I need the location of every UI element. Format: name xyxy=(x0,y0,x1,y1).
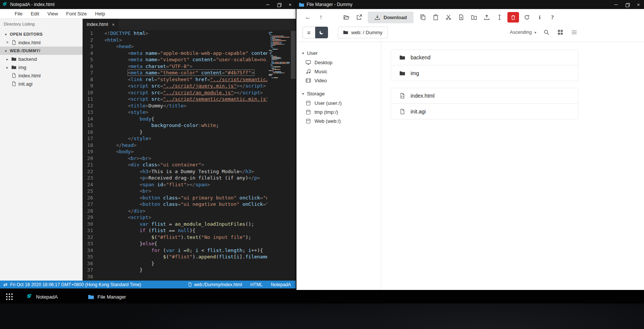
code-line-6: 6 <meta charset="UTF-8"> xyxy=(83,63,267,70)
tab-index-html[interactable]: index.html × xyxy=(83,19,119,30)
menu-view[interactable]: View xyxy=(43,9,62,18)
sidebar-item-user-user-[interactable]: User (user:/) xyxy=(296,98,381,107)
menu-font-size[interactable]: Font Size xyxy=(62,9,91,18)
restore-button[interactable] xyxy=(273,0,284,9)
delete-button[interactable] xyxy=(507,12,519,23)
sidebar-item-tmp-tmp-[interactable]: tmp (tmp:/) xyxy=(296,107,381,116)
sidebar-item-video[interactable]: Video xyxy=(296,76,381,85)
line-number: 15 xyxy=(83,122,99,129)
sidebar-section-storage[interactable]: ▾Storage xyxy=(296,89,381,98)
new-file-button[interactable] xyxy=(456,12,467,23)
external-link-icon xyxy=(356,14,362,20)
close-button[interactable]: × xyxy=(284,0,296,9)
code-line-5: 5 <meta name="viewport" content="user-sc… xyxy=(83,56,267,63)
app-launcher-button[interactable] xyxy=(5,293,14,301)
search-button[interactable] xyxy=(543,29,550,36)
file-icon xyxy=(11,73,17,78)
file-row-index-html[interactable]: index.html xyxy=(391,88,578,104)
code-line-14: 14 body{ xyxy=(83,116,267,122)
sidebar-item-web-web-[interactable]: Web (web:/) xyxy=(296,116,381,125)
upload-button[interactable] xyxy=(481,12,492,23)
sidebar-item-music[interactable]: Music xyxy=(296,67,381,76)
minimize-button[interactable] xyxy=(262,0,273,9)
line-number: 26 xyxy=(83,195,99,201)
rename-button[interactable] xyxy=(494,12,505,23)
menu-edit[interactable]: Edit xyxy=(27,9,43,18)
taskbar-item-label: File Manager xyxy=(98,294,126,300)
notepada-statusbar: ⇄ Fri Oct 16 2020 18:06:17 GMT+0800 (Hon… xyxy=(0,281,296,288)
grid-view-button[interactable] xyxy=(557,29,564,36)
restore-icon xyxy=(277,3,281,6)
line-number: 14 xyxy=(83,116,99,122)
tree-item-init.agi[interactable]: init.agi xyxy=(0,80,83,88)
editor-scrollbar[interactable] xyxy=(291,31,296,79)
arrow-left-icon: ← xyxy=(305,14,311,21)
line-number: 19 xyxy=(83,148,99,155)
new-folder-button[interactable] xyxy=(468,12,480,23)
tab-close-icon[interactable]: × xyxy=(112,22,115,27)
tree-item-backend[interactable]: ▸backend xyxy=(0,55,83,63)
line-number: 6 xyxy=(83,63,99,70)
open-editors-section[interactable]: ▾ OPEN EDITORS xyxy=(0,30,83,38)
directory-listing-panel: Directory Listing ▾ OPEN EDITORS × index… xyxy=(0,19,83,281)
file-row-init-agi[interactable]: init.agi xyxy=(391,104,578,119)
tree-item-index.html[interactable]: index.html xyxy=(0,71,83,80)
file-row-backend[interactable]: backend xyxy=(391,50,578,65)
close-file-icon[interactable]: × xyxy=(5,40,9,45)
sidebar-item-label: Desktop xyxy=(314,60,333,65)
line-number: 9 xyxy=(83,83,99,89)
minimize-button[interactable] xyxy=(610,0,621,9)
line-number: 13 xyxy=(83,109,99,116)
paste-button[interactable] xyxy=(430,12,441,23)
maximize-button[interactable] xyxy=(621,0,633,9)
refresh-button[interactable] xyxy=(521,12,533,23)
sort-order-dropdown[interactable]: Ascending ▾ xyxy=(510,30,536,35)
sidebar-item-label: Video xyxy=(314,78,327,83)
dark-mode-button[interactable] xyxy=(315,27,328,38)
list-view-button[interactable] xyxy=(570,29,578,36)
code-line-2: 2<html> xyxy=(83,37,267,44)
info-button[interactable]: i xyxy=(534,12,545,23)
folder-icon xyxy=(11,56,17,62)
menu-toggle-button[interactable]: ≡ xyxy=(302,27,315,38)
help-button[interactable]: ? xyxy=(547,12,558,23)
tree-item-img[interactable]: ▸img xyxy=(0,63,83,71)
statusbar-appname[interactable]: NotepadA xyxy=(271,282,291,287)
filemanager-titlebar: File Manager - Dummy × xyxy=(296,0,644,9)
open-editor-item[interactable]: × index.html xyxy=(0,38,83,47)
sidebar-item-desktop[interactable]: Desktop xyxy=(296,58,381,67)
up-button[interactable]: ↑ xyxy=(315,12,327,23)
statusbar-language[interactable]: HTML xyxy=(250,282,263,287)
minimize-icon xyxy=(266,5,269,5)
drive-icon xyxy=(305,109,311,115)
close-button[interactable]: × xyxy=(633,0,644,9)
sidebar-section-user[interactable]: ▾User xyxy=(296,48,381,58)
breadcrumb[interactable]: web: / Dummy xyxy=(338,27,388,38)
download-button[interactable]: Download xyxy=(368,12,414,23)
sidebar-section-label: User xyxy=(307,50,318,56)
close-icon: × xyxy=(289,2,292,8)
menu-file[interactable]: File xyxy=(11,9,27,18)
sync-icon[interactable]: ⇄ xyxy=(3,282,8,287)
close-icon: × xyxy=(637,2,640,8)
code-editor[interactable]: 1<!DOCTYPE html>2<html>3 <head>4 <meta n… xyxy=(83,30,267,281)
workspace-root[interactable]: ▾ WEB:/DUMMY/ xyxy=(0,47,83,55)
statusbar-datetime: Fri Oct 16 2020 18:06:17 GMT+0800 (Hong … xyxy=(10,282,141,287)
code-line-17: 17 </style> xyxy=(83,135,267,142)
file-row-img[interactable]: img xyxy=(391,65,578,81)
code-line-21: 21 <div class="ui container"> xyxy=(83,161,267,168)
minimap[interactable] xyxy=(269,32,290,78)
open-folder-button[interactable] xyxy=(341,12,352,23)
menu-help[interactable]: Help xyxy=(91,9,109,18)
taskbar-item-notepada[interactable]: NotepadA xyxy=(23,290,62,303)
notepada-window: NotepadA - index.html × FileEditViewFont… xyxy=(0,0,296,288)
code-line-15: 15 background-color:white; xyxy=(83,122,267,129)
cut-button[interactable] xyxy=(443,12,454,23)
video-icon xyxy=(305,78,311,83)
statusbar-filepath-item[interactable]: web:/Dummy/index.html xyxy=(188,282,242,287)
back-button[interactable]: ← xyxy=(302,12,314,23)
taskbar-item-file-manager[interactable]: File Manager xyxy=(84,290,130,303)
caret-right-icon: ▸ xyxy=(5,65,9,69)
open-external-button[interactable] xyxy=(354,12,365,23)
copy-button[interactable] xyxy=(417,12,429,23)
